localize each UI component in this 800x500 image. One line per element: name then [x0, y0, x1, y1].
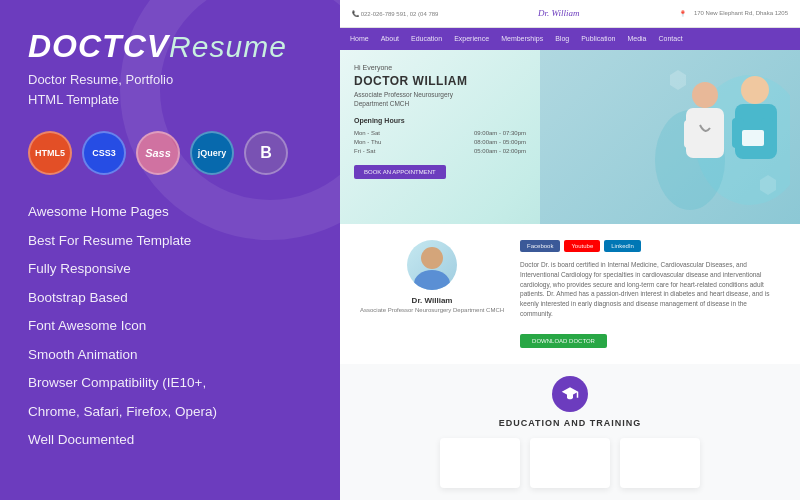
feature-animation: Smooth Animation — [28, 346, 312, 364]
feature-awesome-home: Awesome Home Pages — [28, 203, 312, 221]
topbar-contact-left: 📞 022-026-789 591, 02 (04 789 — [352, 10, 438, 17]
topbar-site-name: Dr. William — [538, 8, 580, 18]
education-cards — [360, 438, 780, 488]
linkedin-btn[interactable]: LinkedIn — [604, 240, 641, 252]
badges-row: HTML5 CSS3 Sass jQuery B — [28, 131, 312, 175]
svg-point-2 — [741, 76, 769, 104]
facebook-btn[interactable]: Facebook — [520, 240, 560, 252]
hero-image — [540, 50, 800, 224]
feature-browser-compat-1: Browser Compatibility (IE10+, — [28, 374, 312, 392]
about-name-left: Dr. William — [412, 296, 453, 305]
edu-card-3 — [620, 438, 700, 488]
social-buttons: Facebook Youtube LinkedIn — [520, 240, 780, 252]
about-content: Facebook Youtube LinkedIn Doctor Dr. is … — [520, 240, 780, 348]
nav-publication[interactable]: Publication — [581, 35, 615, 42]
education-title: EDUCATION AND TRAINING — [360, 418, 780, 428]
badge-css3: CSS3 — [82, 131, 126, 175]
graduation-cap-icon — [561, 385, 579, 403]
logo: DOCTCVResume — [28, 30, 312, 62]
mock-navbar: Home About Education Experience Membersh… — [340, 28, 800, 50]
download-btn[interactable]: DOWNLOAD DOCTOR — [520, 334, 607, 348]
feature-responsive: Fully Responsive — [28, 260, 312, 278]
hero-title: Associate Professor Neurosurgery — [354, 91, 526, 98]
nav-media[interactable]: Media — [627, 35, 646, 42]
avatar-image — [407, 240, 457, 290]
hours-row-3: Fri - Sat 05:00am - 02:00pm — [354, 148, 526, 154]
nav-home[interactable]: Home — [350, 35, 369, 42]
badge-bootstrap: B — [244, 131, 288, 175]
topbar-contact-right: 📍 170 New Elephant Rd, Dhaka 1205 — [679, 10, 788, 17]
about-bio: Doctor Dr. is board certified in Interna… — [520, 260, 780, 319]
nav-memberships[interactable]: Memberships — [501, 35, 543, 42]
logo-resume: Resume — [169, 30, 287, 63]
hero-doctor-name: DOCTOR WILLIAM — [354, 74, 526, 88]
nav-contact[interactable]: Contact — [659, 35, 683, 42]
about-subtitle-left: Associate Professor Neurosurgery Departm… — [360, 307, 504, 315]
svg-point-7 — [692, 82, 718, 108]
feature-bootstrap: Bootstrap Based — [28, 289, 312, 307]
svg-rect-9 — [684, 120, 694, 148]
features-list: Awesome Home Pages Best For Resume Templ… — [28, 203, 312, 449]
doctor-illustration — [650, 60, 790, 215]
book-appointment-btn[interactable]: BOOK AN APPOINTMENT — [354, 165, 446, 179]
svg-marker-11 — [670, 70, 686, 90]
right-panel: 📞 022-026-789 591, 02 (04 789 Dr. Willia… — [340, 0, 800, 500]
about-avatar-col: Dr. William Associate Professor Neurosur… — [360, 240, 504, 315]
mock-topbar: 📞 022-026-789 591, 02 (04 789 Dr. Willia… — [340, 0, 800, 28]
mock-about-section: Dr. William Associate Professor Neurosur… — [340, 224, 800, 364]
badge-sass: Sass — [136, 131, 180, 175]
svg-point-13 — [421, 247, 443, 269]
nav-blog[interactable]: Blog — [555, 35, 569, 42]
edu-card-1 — [440, 438, 520, 488]
svg-point-14 — [414, 270, 450, 290]
feature-browser-compat-2: Chrome, Safari, Firefox, Opera) — [28, 403, 312, 421]
edu-card-2 — [530, 438, 610, 488]
website-preview: 📞 022-026-789 591, 02 (04 789 Dr. Willia… — [340, 0, 800, 500]
hours-row-2: Mon - Thu 08:00am - 05:00pm — [354, 139, 526, 145]
youtube-btn[interactable]: Youtube — [564, 240, 600, 252]
badge-jquery: jQuery — [190, 131, 234, 175]
svg-rect-10 — [712, 120, 722, 148]
feature-resume-template: Best For Resume Template — [28, 232, 312, 250]
left-panel: DOCTCVResume Doctor Resume, Portfolio HT… — [0, 0, 340, 500]
nav-experience[interactable]: Experience — [454, 35, 489, 42]
mock-education-section: EDUCATION AND TRAINING — [340, 364, 800, 500]
logo-doctcv: DOCTCV — [28, 28, 169, 64]
hero-dept: Department CMCH — [354, 100, 526, 107]
subtitle: Doctor Resume, Portfolio HTML Template — [28, 70, 312, 109]
nav-education[interactable]: Education — [411, 35, 442, 42]
svg-rect-6 — [742, 130, 764, 146]
feature-documented: Well Documented — [28, 431, 312, 449]
hours-row-1: Mon - Sat 09:00am - 07:30pm — [354, 130, 526, 136]
hero-greeting: Hi Everyone — [354, 64, 526, 71]
nav-about[interactable]: About — [381, 35, 399, 42]
mock-hero-section: Hi Everyone DOCTOR WILLIAM Associate Pro… — [340, 50, 800, 224]
avatar — [407, 240, 457, 290]
badge-html5: HTML5 — [28, 131, 72, 175]
hero-hours-label: Opening Hours — [354, 117, 526, 124]
logo-text: DOCTCVResume — [28, 30, 312, 62]
hero-content: Hi Everyone DOCTOR WILLIAM Associate Pro… — [340, 50, 540, 224]
education-icon — [552, 376, 588, 412]
feature-font-awesome: Font Awesome Icon — [28, 317, 312, 335]
